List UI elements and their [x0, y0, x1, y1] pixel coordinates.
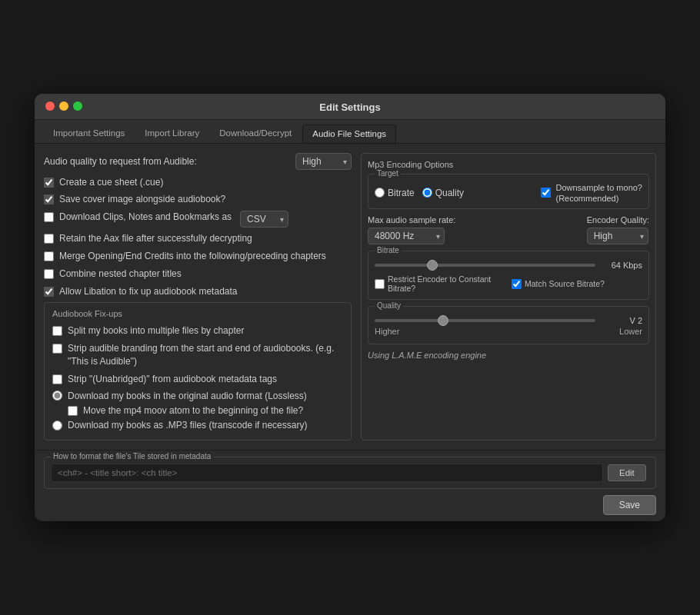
tab-bar: Important Settings Import Library Downlo…	[35, 120, 665, 144]
quality-slider-row: V 2	[375, 316, 642, 325]
fixup-split-input[interactable]	[52, 326, 62, 336]
checkbox-clips: Download Clips, Notes and Bookmarks as C…	[44, 211, 352, 228]
bitrate-value: 64 Kbps	[600, 261, 642, 270]
encoder-quality-dropdown[interactable]: High Medium Low	[587, 228, 648, 244]
downsample-box: Downsample to mono?(Recommended)	[541, 182, 642, 204]
checkbox-retain-label: Retain the Aax file after successfully d…	[59, 232, 252, 245]
fixup-strip-unabridged-input[interactable]	[52, 374, 62, 384]
fixup-strip-unabridged: Strip "(Unabridged)" from audiobook meta…	[52, 373, 343, 386]
checkbox-nested-label: Combine nested chapter titles	[59, 268, 182, 281]
radio-bitrate-input[interactable]	[375, 188, 385, 198]
encoder-quality-label: Encoder Quality:	[587, 215, 649, 224]
checkbox-cue-input[interactable]	[44, 178, 54, 188]
encoder-quality-group: Encoder Quality: High Medium Low	[587, 215, 649, 244]
sample-rate-dropdown[interactable]: 48000 Hz 44100 Hz 22050 Hz	[368, 228, 445, 244]
radio-download-mp3-input[interactable]	[52, 421, 62, 430]
sample-rate-encoder-row: Max audio sample rate: 48000 Hz 44100 Hz…	[368, 215, 649, 244]
match-source-checkbox[interactable]	[512, 279, 522, 289]
radio-download-original-input[interactable]	[52, 391, 62, 401]
radio-download-original: Download my books in the original audio …	[52, 391, 343, 401]
sample-rate-dropdown-wrap: 48000 Hz 44100 Hz 22050 Hz	[368, 228, 445, 244]
bitrate-slider-row: 64 Kbps	[375, 261, 642, 270]
quality-value: V 2	[600, 316, 642, 325]
checkbox-fix-label: Allow Libation to fix up audiobook metad…	[59, 285, 238, 298]
target-row: Bitrate Quality Downsample to mono?(Reco…	[375, 179, 642, 204]
radio-quality[interactable]: Quality	[422, 188, 464, 198]
tab-important-settings[interactable]: Important Settings	[44, 125, 134, 143]
encoder-quality-dropdown-wrap: High Medium Low	[587, 228, 648, 244]
checkbox-moov-input[interactable]	[68, 406, 78, 416]
tab-download-decrypt[interactable]: Download/Decrypt	[210, 125, 301, 143]
match-source-label: Match Source Bitrate?	[525, 279, 605, 288]
window-title: Edit Settings	[45, 101, 655, 113]
radio-download-mp3-label: Download my books as .MP3 files (transco…	[68, 420, 307, 430]
audio-quality-dropdown-wrap: High Medium Low	[295, 153, 352, 170]
fixup-split-label: Split my books into multiple files by ch…	[68, 324, 244, 337]
left-panel: Audio quality to request from Audible: H…	[44, 153, 352, 441]
fixup-strip-unabridged-label: Strip "(Unabridged)" from audiobook meta…	[68, 373, 277, 386]
bitrate-slider[interactable]	[375, 264, 595, 267]
clips-dropdown[interactable]: CSV JSON	[240, 211, 288, 228]
checkbox-nested: Combine nested chapter titles	[44, 268, 352, 281]
tab-audio-file-settings[interactable]: Audio File Settings	[302, 125, 396, 143]
checkbox-merge-label: Merge Opening/End Credits into the follo…	[59, 250, 326, 263]
checkbox-retain-input[interactable]	[44, 234, 54, 244]
checkbox-clips-label: Download Clips, Notes and Bookmarks as	[59, 211, 232, 224]
checkbox-cover: Save cover image alongside audiobook?	[44, 193, 352, 206]
checkbox-clips-input[interactable]	[44, 212, 54, 222]
encoding-footer: Using L.A.M.E encoding engine	[368, 351, 649, 360]
bitrate-slider-title: Bitrate	[375, 246, 402, 254]
quality-slider[interactable]	[375, 319, 595, 322]
radio-bitrate[interactable]: Bitrate	[375, 188, 415, 198]
sample-rate-group: Max audio sample rate: 48000 Hz 44100 Hz…	[368, 215, 455, 244]
restrict-cbr-checkbox[interactable]	[375, 279, 385, 289]
radio-quality-input[interactable]	[422, 188, 432, 198]
file-format-box: How to format the file's Tile stored in …	[44, 457, 656, 489]
save-button[interactable]: Save	[603, 495, 656, 515]
bottom-section: How to format the file's Tile stored in …	[35, 450, 665, 521]
edit-button[interactable]: Edit	[608, 464, 646, 481]
checkbox-cue: Create a cue sheet (.cue)	[44, 176, 352, 189]
checkbox-merge: Merge Opening/End Credits into the follo…	[44, 250, 352, 263]
bitrate-sub-row: Restrict Encoder to Constant Bitrate? Ma…	[375, 274, 642, 293]
fixup-split: Split my books into multiple files by ch…	[52, 324, 343, 337]
checkbox-moov: Move the mp4 moov atom to the beginning …	[68, 404, 343, 417]
right-panel: Mp3 Encoding Options Target Bitrate Qual…	[361, 153, 656, 441]
fixup-strip-brand-input[interactable]	[52, 344, 62, 354]
target-group: Target Bitrate Quality Downsample to mon…	[368, 174, 649, 210]
main-window: Edit Settings Important Settings Import …	[35, 94, 665, 522]
fixup-strip-brand: Strip audible branding from the start an…	[52, 342, 343, 368]
lower-label: Lower	[619, 327, 642, 336]
quality-slider-title: Quality	[375, 301, 403, 310]
clips-dropdown-wrap: CSV JSON	[240, 211, 288, 228]
quality-slider-section: Quality V 2 Higher Lower	[368, 306, 649, 344]
main-content: Audio quality to request from Audible: H…	[35, 144, 665, 450]
fixup-strip-brand-label: Strip audible branding from the start an…	[68, 342, 343, 368]
mp3-panel-title: Mp3 Encoding Options	[368, 160, 649, 169]
titlebar: Edit Settings	[35, 94, 665, 120]
sample-rate-label: Max audio sample rate:	[368, 215, 455, 224]
radio-bitrate-label: Bitrate	[388, 188, 415, 198]
file-format-input-row: Edit	[51, 464, 649, 482]
checkbox-cover-label: Save cover image alongside audiobook?	[59, 193, 225, 206]
audio-quality-row: Audio quality to request from Audible: H…	[44, 153, 352, 170]
save-row: Save	[44, 495, 656, 515]
checkbox-merge-input[interactable]	[44, 251, 54, 261]
audiobook-fixups-title: Audiobook Fix-ups	[52, 309, 343, 318]
checkbox-fix-input[interactable]	[44, 287, 54, 297]
file-format-input[interactable]	[51, 464, 603, 482]
radio-quality-label: Quality	[435, 188, 464, 198]
radio-download-original-label: Download my books in the original audio …	[68, 391, 307, 401]
downsample-label: Downsample to mono?(Recommended)	[555, 182, 642, 204]
bitrate-slider-section: Bitrate 64 Kbps Restrict Encoder to Cons…	[368, 251, 649, 300]
tab-import-library[interactable]: Import Library	[135, 125, 208, 143]
audio-quality-dropdown[interactable]: High Medium Low	[295, 153, 352, 170]
downsample-checkbox[interactable]	[541, 188, 551, 198]
file-format-section-label: How to format the file's Tile stored in …	[51, 452, 213, 460]
restrict-cbr-row: Restrict Encoder to Constant Bitrate?	[375, 274, 505, 293]
checkbox-retain: Retain the Aax file after successfully d…	[44, 232, 352, 245]
checkbox-fix: Allow Libation to fix up audiobook metad…	[44, 285, 352, 298]
checkbox-cover-input[interactable]	[44, 194, 54, 204]
checkbox-nested-input[interactable]	[44, 269, 54, 279]
higher-label: Higher	[375, 327, 399, 336]
